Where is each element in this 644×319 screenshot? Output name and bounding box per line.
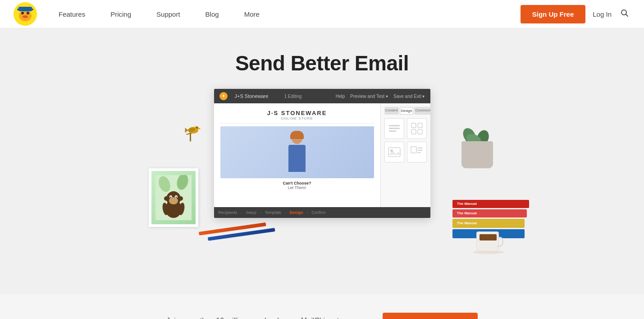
editor-status: 1 Editing <box>284 94 301 99</box>
svg-rect-18 <box>389 125 400 126</box>
editor-tabs: Content Design Comments <box>384 107 427 115</box>
block-image[interactable] <box>384 142 404 162</box>
svg-line-9 <box>626 14 628 16</box>
svg-rect-24 <box>418 129 422 134</box>
svg-rect-21 <box>411 123 416 128</box>
svg-rect-29 <box>417 148 423 148</box>
editor-actions: Help Preview and Test ▾ Save and Exit ▾ <box>336 94 425 99</box>
editor-footer: Recipients › Setup › Template › Design ›… <box>214 207 430 218</box>
editor-body: J·S STONEWARE ONLINE STORE Can't Choose <box>214 103 430 207</box>
brand-logo[interactable] <box>14 2 37 26</box>
search-icon[interactable] <box>619 7 630 21</box>
svg-point-2 <box>21 12 24 14</box>
editor-tab-design[interactable]: Design <box>400 107 414 115</box>
decorative-bird <box>176 119 207 146</box>
editor-tab-content[interactable]: Content <box>384 107 399 115</box>
svg-rect-23 <box>411 129 416 134</box>
decorative-frame <box>149 168 198 227</box>
svg-rect-7 <box>17 9 33 10</box>
editor-caption-title: Can't Choose? <box>220 181 374 185</box>
nav-support[interactable]: Support <box>144 0 193 28</box>
svg-point-38 <box>169 197 178 204</box>
svg-marker-27 <box>388 151 400 155</box>
editor-brand: J·S STONEWARE ONLINE STORE <box>220 108 374 124</box>
svg-point-41 <box>170 197 172 198</box>
svg-rect-28 <box>411 147 416 153</box>
nav-pricing[interactable]: Pricing <box>98 0 144 28</box>
nav-signup-button[interactable]: Sign Up Free <box>521 5 586 23</box>
decorative-pencils <box>198 222 270 236</box>
cta-signup-button[interactable]: Sign Up Free <box>383 313 478 319</box>
editor-caption: Can't Choose? Let Them! <box>220 181 374 190</box>
editor-brand-name: J·S STONEWARE <box>220 110 374 116</box>
svg-marker-17 <box>185 128 188 133</box>
block-text[interactable] <box>384 118 404 139</box>
block-social[interactable] <box>407 118 427 139</box>
cta-section: Join more than 10 million people who use… <box>0 295 644 319</box>
svg-point-15 <box>196 127 198 129</box>
editor-caption-sub: Let Them! <box>220 185 374 190</box>
editor-hero-image <box>220 126 374 178</box>
svg-rect-20 <box>389 130 396 132</box>
svg-rect-31 <box>417 152 421 153</box>
svg-point-4 <box>23 15 28 18</box>
svg-point-3 <box>27 12 29 14</box>
cta-description: Join more than 10 million people who use… <box>166 315 356 319</box>
svg-rect-19 <box>389 128 400 129</box>
navbar: Features Pricing Support Blog More Sign … <box>0 0 644 28</box>
hero-section: Send Better Email ✦ J+S Stoneware · 1 Ed… <box>0 28 644 295</box>
nav-links: Features Pricing Support Blog More <box>46 0 521 28</box>
editor-blocks <box>384 118 427 162</box>
svg-rect-30 <box>417 150 423 151</box>
nav-login-link[interactable]: Log In <box>593 10 612 18</box>
editor-topbar: ✦ J+S Stoneware · 1 Editing Help Preview… <box>214 89 430 103</box>
svg-point-44 <box>178 196 183 201</box>
hero-title: Send Better Email <box>235 51 409 75</box>
decorative-plant <box>459 141 500 168</box>
svg-point-42 <box>176 197 177 198</box>
email-editor-mockup: ✦ J+S Stoneware · 1 Editing Help Preview… <box>214 89 430 218</box>
svg-point-43 <box>164 196 169 201</box>
editor-logo: ✦ <box>219 92 228 100</box>
navbar-right: Sign Up Free Log In <box>521 5 630 23</box>
editor-main: J·S STONEWARE ONLINE STORE Can't Choose <box>214 103 381 207</box>
editor-brand-sub: ONLINE STORE <box>220 116 374 120</box>
nav-features[interactable]: Features <box>46 0 98 28</box>
editor-tab-comments[interactable]: Comments <box>414 107 430 115</box>
editor-company: J+S Stoneware <box>235 93 269 99</box>
decorative-coffee-cup <box>473 218 504 254</box>
svg-rect-22 <box>418 123 422 128</box>
nav-blog[interactable]: Blog <box>193 0 232 28</box>
editor-sidebar: Content Design Comments <box>381 103 430 207</box>
block-image-text[interactable] <box>407 142 427 162</box>
svg-marker-14 <box>199 128 201 129</box>
nav-more[interactable]: More <box>232 0 272 28</box>
